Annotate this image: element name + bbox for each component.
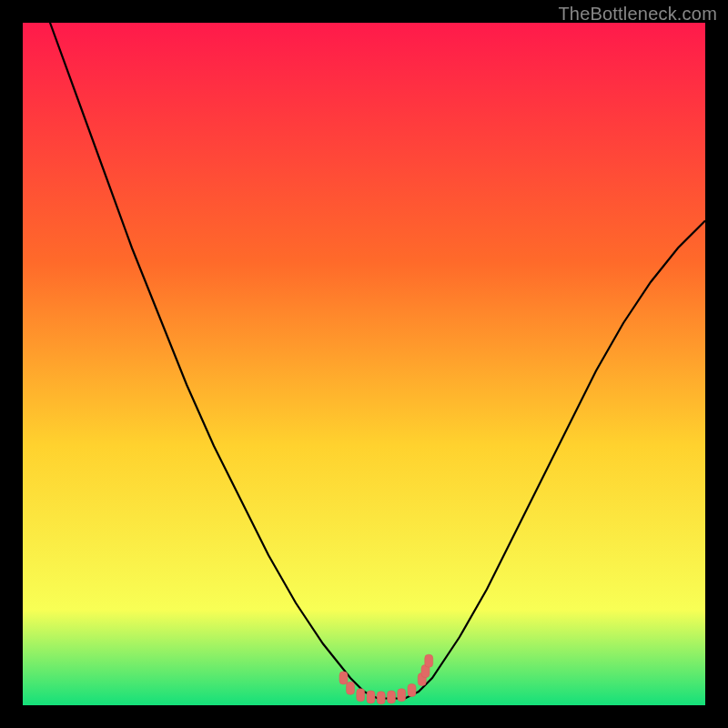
data-marker bbox=[408, 684, 416, 697]
bottleneck-chart bbox=[23, 23, 705, 705]
data-marker bbox=[425, 654, 433, 667]
plot-area bbox=[23, 23, 705, 705]
watermark-text: TheBottleneck.com bbox=[558, 4, 717, 25]
data-marker bbox=[377, 692, 385, 704]
data-marker bbox=[398, 689, 406, 702]
gradient-background bbox=[23, 23, 705, 705]
data-marker bbox=[347, 682, 355, 694]
data-marker bbox=[388, 691, 396, 703]
data-marker bbox=[367, 691, 375, 703]
data-marker bbox=[357, 689, 365, 702]
data-marker bbox=[339, 672, 348, 684]
chart-frame: TheBottleneck.com bbox=[0, 0, 728, 728]
